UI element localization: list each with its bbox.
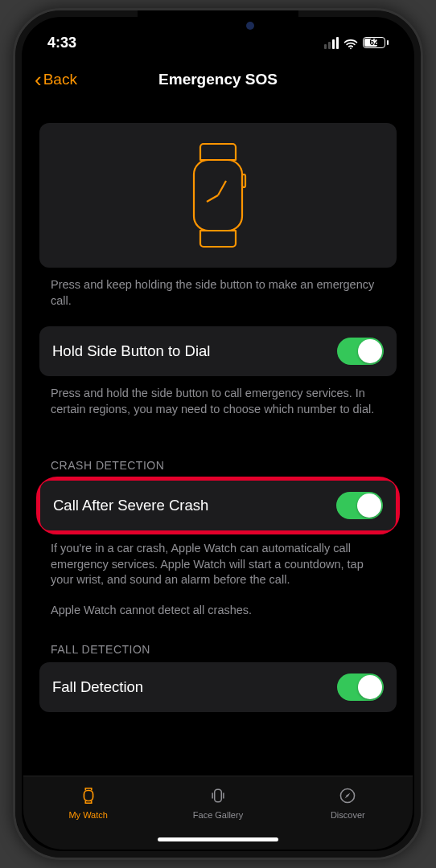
tab-my-watch-label: My Watch [68, 810, 108, 820]
back-button[interactable]: ‹ Back [35, 69, 77, 90]
tab-face-gallery-label: Face Gallery [193, 810, 243, 820]
compass-icon [336, 784, 359, 807]
hold-side-button-description: Press and hold the side button to call e… [39, 376, 397, 435]
hold-side-button-row[interactable]: Hold Side Button to Dial [39, 326, 397, 376]
svg-rect-6 [215, 789, 222, 801]
call-after-crash-label: Call After Severe Crash [53, 497, 208, 514]
cellular-icon [324, 37, 339, 49]
tab-my-watch[interactable]: My Watch [40, 784, 137, 820]
fall-detection-toggle[interactable] [337, 674, 384, 701]
page-title: Emergency SOS [158, 71, 278, 88]
tab-discover[interactable]: Discover [299, 784, 396, 820]
back-label: Back [43, 71, 77, 88]
call-after-crash-toggle[interactable] [336, 492, 383, 519]
hold-side-button-label: Hold Side Button to Dial [52, 342, 210, 360]
watch-icon [77, 784, 100, 807]
tab-face-gallery[interactable]: Face Gallery [170, 784, 266, 820]
crash-detection-header: CRASH DETECTION [39, 435, 397, 478]
svg-line-4 [207, 195, 218, 202]
svg-line-3 [218, 181, 226, 195]
battery-icon: 62 [363, 37, 389, 48]
chevron-left-icon: ‹ [35, 69, 42, 90]
hero-card [39, 123, 397, 268]
hold-side-button-toggle[interactable] [337, 338, 384, 365]
fall-detection-label: Fall Detection [52, 678, 143, 696]
hero-description: Press and keep holding the side button t… [39, 268, 397, 326]
crash-note: Apple Watch cannot detect all crashes. [39, 588, 397, 619]
svg-rect-5 [84, 791, 93, 801]
home-indicator[interactable] [158, 837, 278, 841]
wifi-icon [343, 37, 358, 48]
face-gallery-icon [207, 784, 229, 807]
notch [138, 10, 298, 38]
call-after-crash-row[interactable]: Call After Severe Crash [40, 481, 396, 530]
fall-detection-header: FALL DETECTION [39, 619, 397, 662]
phone-frame: 4:33 62 ‹ Back Emergency SOS [13, 8, 423, 860]
status-time: 4:33 [47, 35, 76, 51]
crash-description: If you're in a car crash, Apple Watch ca… [39, 533, 397, 588]
svg-rect-2 [242, 174, 245, 187]
apple-watch-illustration-icon [183, 139, 253, 252]
nav-bar: ‹ Back Emergency SOS [23, 59, 413, 100]
svg-point-0 [350, 47, 352, 49]
fall-detection-row[interactable]: Fall Detection [39, 662, 397, 712]
content-scroll[interactable]: Press and keep holding the side button t… [23, 100, 413, 776]
tab-discover-label: Discover [331, 810, 365, 820]
highlight-annotation: Call After Severe Crash [36, 477, 400, 534]
